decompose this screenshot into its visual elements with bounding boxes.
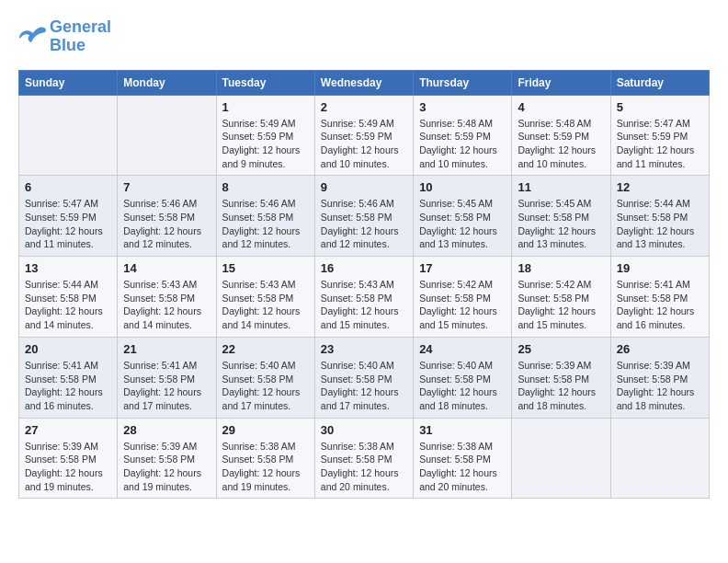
calendar-cell: 17Sunrise: 5:42 AMSunset: 5:58 PMDayligh…: [414, 257, 512, 338]
logo-general: General: [50, 17, 111, 36]
day-number: 5: [617, 100, 703, 114]
day-number: 22: [222, 342, 309, 356]
day-info: Sunrise: 5:45 AMSunset: 5:58 PMDaylight:…: [518, 197, 604, 251]
day-number: 24: [419, 342, 506, 356]
day-number: 17: [419, 261, 506, 275]
day-number: 29: [222, 423, 309, 437]
day-info: Sunrise: 5:39 AMSunset: 5:58 PMDaylight:…: [617, 359, 703, 413]
calendar-cell: 16Sunrise: 5:43 AMSunset: 5:58 PMDayligh…: [314, 257, 413, 338]
day-number: 6: [25, 180, 111, 194]
calendar-cell: 14Sunrise: 5:43 AMSunset: 5:58 PMDayligh…: [118, 257, 216, 338]
day-number: 10: [419, 180, 506, 194]
day-number: 26: [617, 342, 703, 356]
day-number: 28: [123, 423, 210, 437]
calendar-cell: 27Sunrise: 5:39 AMSunset: 5:58 PMDayligh…: [19, 418, 118, 499]
day-info: Sunrise: 5:42 AMSunset: 5:58 PMDaylight:…: [419, 278, 506, 332]
calendar-cell: 21Sunrise: 5:41 AMSunset: 5:58 PMDayligh…: [118, 337, 216, 418]
logo-blue: Blue: [50, 36, 85, 54]
day-info: Sunrise: 5:41 AMSunset: 5:58 PMDaylight:…: [123, 359, 210, 413]
page-header: General Blue: [18, 18, 710, 55]
day-number: 3: [419, 100, 506, 114]
calendar-cell: 20Sunrise: 5:41 AMSunset: 5:58 PMDayligh…: [19, 337, 118, 418]
day-info: Sunrise: 5:42 AMSunset: 5:58 PMDaylight:…: [518, 278, 604, 332]
day-number: 20: [25, 342, 111, 356]
day-info: Sunrise: 5:44 AMSunset: 5:58 PMDaylight:…: [25, 278, 111, 332]
logo: General Blue: [18, 18, 111, 55]
calendar-cell: 24Sunrise: 5:40 AMSunset: 5:58 PMDayligh…: [414, 337, 512, 418]
calendar-cell: 28Sunrise: 5:39 AMSunset: 5:58 PMDayligh…: [118, 418, 216, 499]
calendar-cell: 12Sunrise: 5:44 AMSunset: 5:58 PMDayligh…: [610, 176, 709, 257]
calendar-week-2: 6Sunrise: 5:47 AMSunset: 5:59 PMDaylight…: [19, 176, 710, 257]
day-number: 15: [222, 261, 309, 275]
day-info: Sunrise: 5:43 AMSunset: 5:58 PMDaylight:…: [123, 278, 210, 332]
calendar-cell: 22Sunrise: 5:40 AMSunset: 5:58 PMDayligh…: [216, 337, 314, 418]
day-number: 16: [321, 261, 407, 275]
calendar-cell: 4Sunrise: 5:48 AMSunset: 5:59 PMDaylight…: [512, 95, 610, 176]
weekday-header-row: SundayMondayTuesdayWednesdayThursdayFrid…: [19, 70, 710, 95]
calendar-week-4: 20Sunrise: 5:41 AMSunset: 5:58 PMDayligh…: [19, 337, 710, 418]
day-info: Sunrise: 5:47 AMSunset: 5:59 PMDaylight:…: [25, 197, 111, 251]
day-info: Sunrise: 5:49 AMSunset: 5:59 PMDaylight:…: [321, 117, 407, 171]
day-number: 11: [518, 180, 604, 194]
calendar-cell: 23Sunrise: 5:40 AMSunset: 5:58 PMDayligh…: [314, 337, 413, 418]
day-number: 30: [321, 423, 407, 437]
weekday-header-sunday: Sunday: [19, 70, 118, 95]
day-info: Sunrise: 5:43 AMSunset: 5:58 PMDaylight:…: [222, 278, 309, 332]
calendar-cell: 7Sunrise: 5:46 AMSunset: 5:58 PMDaylight…: [118, 176, 216, 257]
day-info: Sunrise: 5:39 AMSunset: 5:58 PMDaylight:…: [123, 440, 210, 494]
day-info: Sunrise: 5:38 AMSunset: 5:58 PMDaylight:…: [321, 440, 407, 494]
weekday-header-tuesday: Tuesday: [216, 70, 314, 95]
day-number: 1: [222, 100, 309, 114]
day-info: Sunrise: 5:38 AMSunset: 5:58 PMDaylight:…: [222, 440, 309, 494]
calendar-week-5: 27Sunrise: 5:39 AMSunset: 5:58 PMDayligh…: [19, 418, 710, 499]
day-info: Sunrise: 5:48 AMSunset: 5:59 PMDaylight:…: [419, 117, 506, 171]
day-number: 31: [419, 423, 506, 437]
calendar-cell: 2Sunrise: 5:49 AMSunset: 5:59 PMDaylight…: [314, 95, 413, 176]
day-number: 8: [222, 180, 309, 194]
calendar-cell: 18Sunrise: 5:42 AMSunset: 5:58 PMDayligh…: [512, 257, 610, 338]
day-number: 21: [123, 342, 210, 356]
calendar-week-1: 1Sunrise: 5:49 AMSunset: 5:59 PMDaylight…: [19, 95, 710, 176]
calendar-cell: 8Sunrise: 5:46 AMSunset: 5:58 PMDaylight…: [216, 176, 314, 257]
day-info: Sunrise: 5:40 AMSunset: 5:58 PMDaylight:…: [321, 359, 407, 413]
day-info: Sunrise: 5:40 AMSunset: 5:58 PMDaylight:…: [222, 359, 309, 413]
day-info: Sunrise: 5:46 AMSunset: 5:58 PMDaylight:…: [321, 197, 407, 251]
calendar-cell: 30Sunrise: 5:38 AMSunset: 5:58 PMDayligh…: [314, 418, 413, 499]
day-number: 18: [518, 261, 604, 275]
day-info: Sunrise: 5:40 AMSunset: 5:58 PMDaylight:…: [419, 359, 506, 413]
day-info: Sunrise: 5:49 AMSunset: 5:59 PMDaylight:…: [222, 117, 309, 171]
day-info: Sunrise: 5:45 AMSunset: 5:58 PMDaylight:…: [419, 197, 506, 251]
calendar-cell: [118, 95, 216, 176]
day-info: Sunrise: 5:44 AMSunset: 5:58 PMDaylight:…: [617, 197, 703, 251]
calendar-cell: 11Sunrise: 5:45 AMSunset: 5:58 PMDayligh…: [512, 176, 610, 257]
calendar-cell: 5Sunrise: 5:47 AMSunset: 5:59 PMDaylight…: [610, 95, 709, 176]
logo-icon: [18, 24, 46, 46]
day-number: 19: [617, 261, 703, 275]
calendar-cell: 19Sunrise: 5:41 AMSunset: 5:58 PMDayligh…: [610, 257, 709, 338]
weekday-header-thursday: Thursday: [414, 70, 512, 95]
day-number: 2: [321, 100, 407, 114]
calendar-week-3: 13Sunrise: 5:44 AMSunset: 5:58 PMDayligh…: [19, 257, 710, 338]
day-number: 23: [321, 342, 407, 356]
calendar-cell: 1Sunrise: 5:49 AMSunset: 5:59 PMDaylight…: [216, 95, 314, 176]
day-number: 9: [321, 180, 407, 194]
calendar-cell: 10Sunrise: 5:45 AMSunset: 5:58 PMDayligh…: [414, 176, 512, 257]
day-info: Sunrise: 5:38 AMSunset: 5:58 PMDaylight:…: [419, 440, 506, 494]
day-number: 13: [25, 261, 111, 275]
day-number: 4: [518, 100, 604, 114]
calendar-cell: 15Sunrise: 5:43 AMSunset: 5:58 PMDayligh…: [216, 257, 314, 338]
day-info: Sunrise: 5:43 AMSunset: 5:58 PMDaylight:…: [321, 278, 407, 332]
day-info: Sunrise: 5:46 AMSunset: 5:58 PMDaylight:…: [123, 197, 210, 251]
day-info: Sunrise: 5:47 AMSunset: 5:59 PMDaylight:…: [617, 117, 703, 171]
day-number: 7: [123, 180, 210, 194]
calendar-cell: 9Sunrise: 5:46 AMSunset: 5:58 PMDaylight…: [314, 176, 413, 257]
calendar-cell: 26Sunrise: 5:39 AMSunset: 5:58 PMDayligh…: [610, 337, 709, 418]
day-number: 12: [617, 180, 703, 194]
calendar-cell: 6Sunrise: 5:47 AMSunset: 5:59 PMDaylight…: [19, 176, 118, 257]
day-info: Sunrise: 5:46 AMSunset: 5:58 PMDaylight:…: [222, 197, 309, 251]
calendar-cell: [512, 418, 610, 499]
weekday-header-monday: Monday: [118, 70, 216, 95]
calendar-table: SundayMondayTuesdayWednesdayThursdayFrid…: [18, 70, 710, 500]
weekday-header-wednesday: Wednesday: [314, 70, 413, 95]
day-number: 27: [25, 423, 111, 437]
